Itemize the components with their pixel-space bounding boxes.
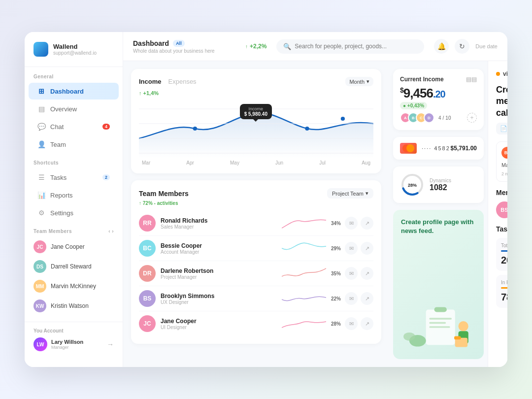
- tm-info-darlene: Darlene Robertson Project Manager: [161, 267, 282, 280]
- sidebar-item-dashboard[interactable]: ⊞ Dashboard: [29, 83, 119, 100]
- ci-growth: ● +0,43%: [400, 103, 477, 108]
- right-panel: vihao.ai Project Team ▾ Create a chat bo…: [488, 61, 507, 367]
- avatar-jane: JC: [33, 240, 46, 253]
- chart-dot-1: [193, 127, 197, 131]
- search-input[interactable]: [295, 43, 417, 50]
- tm-sparkline-bessie: [282, 239, 326, 257]
- chart-dot-3: [305, 127, 309, 131]
- rp-task-bar-total: [501, 250, 507, 252]
- tm-arrow-right[interactable]: ›: [112, 229, 114, 234]
- team-project-selector[interactable]: Project Team ▾: [327, 188, 373, 199]
- tm-pct-brooklyn: 22%: [326, 296, 341, 301]
- team-title: Team Members: [139, 190, 327, 198]
- rp-comment-avatar: BS: [501, 147, 507, 159]
- tm-item-jane[interactable]: JC Jane Cooper: [25, 237, 123, 257]
- chat-badge: 4: [102, 124, 110, 130]
- stat-arrow: ↑: [245, 44, 248, 49]
- tm-send-btn-darlene[interactable]: ↗: [361, 267, 373, 280]
- sidebar-item-label-settings: Settings: [50, 209, 73, 217]
- tm-send-btn-ronald[interactable]: ↗: [361, 217, 373, 230]
- tm-pct-bessie: 29%: [326, 246, 341, 251]
- refresh-icon-btn[interactable]: ↻: [455, 39, 469, 54]
- sidebar-item-overview[interactable]: ▤ Overview: [29, 100, 119, 117]
- svg-text:28%: 28%: [408, 183, 417, 188]
- tm-msg-btn-ronald[interactable]: ✉: [345, 217, 358, 230]
- tm-item-darrell[interactable]: DS Darrell Steward: [25, 257, 123, 276]
- member-name-kristin: Kristin Watson: [51, 302, 89, 309]
- tm-msg-btn-janecooper[interactable]: ✉: [345, 317, 358, 330]
- svg-point-14: [459, 321, 468, 331]
- app-support: support@wallend.io: [53, 50, 97, 56]
- tm-msg-btn-darlene[interactable]: ✉: [345, 267, 358, 280]
- ci-icon: ▤▤: [466, 76, 477, 83]
- tm-item-kristin[interactable]: KW Kristin Watson: [25, 296, 123, 316]
- tm-item-marvin[interactable]: MM Marvin McKinney: [25, 276, 123, 296]
- tm-name-brooklyn: Brooklyn Simmons: [161, 293, 282, 299]
- sidebar-item-reports[interactable]: 📊 Reports: [29, 187, 119, 203]
- rp-task-inprogress: In Progress 78: [496, 275, 507, 308]
- svg-point-5: [406, 144, 414, 152]
- tm-pct-darlene: 35%: [326, 271, 341, 276]
- x-label-mar: Mar: [142, 160, 150, 166]
- sidebar-item-label-dashboard: Dashboard: [50, 88, 84, 95]
- tm-send-btn-janecooper[interactable]: ↗: [361, 317, 373, 330]
- dashboard-icon: ⊞: [37, 87, 45, 95]
- ci-add-btn[interactable]: +: [467, 113, 477, 123]
- promo-title: Create profile page with news feed.: [401, 218, 476, 235]
- rp-task-value-inprogress: 78: [501, 292, 507, 303]
- tm-nav-arrows[interactable]: ‹ ›: [108, 229, 114, 234]
- sidebar-item-settings[interactable]: ⚙ Settings: [29, 204, 119, 221]
- member-name-jane: Jane Cooper: [51, 243, 85, 250]
- x-label-apr: Apr: [186, 160, 194, 166]
- tm-send-btn-brooklyn[interactable]: ↗: [361, 292, 373, 305]
- team-members-label: Team Members: [33, 229, 72, 234]
- tm-info-ronald: Ronald Richards Sales Manager: [161, 217, 282, 230]
- rp-tasks-grid: Total 201 Completed 67 In Progress 78: [496, 238, 507, 308]
- general-label: General: [25, 67, 123, 82]
- tm-actions-janecooper: ✉ ↗: [345, 317, 373, 330]
- notification-icon-btn[interactable]: 🔔: [434, 39, 449, 54]
- team-activities: ↑ 72% - activities: [139, 200, 373, 206]
- sidebar-item-label-chat: Chat: [50, 123, 64, 131]
- sidebar-item-chat[interactable]: 💬 Chat 4: [29, 118, 119, 135]
- rp-tasks-title: Tasks: [496, 225, 507, 233]
- tm-arrow-left[interactable]: ‹: [108, 229, 110, 234]
- sidebar-item-tasks[interactable]: ☰ Tasks 2: [29, 169, 119, 186]
- tm-role-ronald: Sales Manager: [161, 224, 282, 230]
- sidebar-logo: Wallend support@wallend.io: [25, 42, 123, 67]
- tm-send-btn-bessie[interactable]: ↗: [361, 242, 373, 255]
- account-name: Lary Willson: [51, 339, 83, 345]
- x-label-jun[interactable]: Jun: [275, 160, 283, 166]
- member-name-marvin: Marvin McKinney: [51, 283, 96, 290]
- tm-msg-btn-bessie[interactable]: ✉: [345, 242, 358, 255]
- team-members-section: Team Members ‹ › JC Jane Cooper DS Darre…: [25, 222, 123, 322]
- all-badge: All: [173, 40, 185, 47]
- tab-expenses[interactable]: Expenses: [168, 78, 197, 85]
- ci-avatars: A B C D 4/10 +: [400, 112, 477, 123]
- ci-amount: $9,456.20: [400, 86, 477, 101]
- promo-illustration: [401, 239, 476, 351]
- ci-header: Current Income ▤▤: [400, 76, 477, 83]
- chart-period-selector[interactable]: Month ▾: [345, 77, 373, 86]
- tab-income[interactable]: Income: [139, 78, 162, 85]
- sidebar-item-team[interactable]: 👤 Team: [29, 136, 119, 153]
- rp-comment-time: 2 min ago: [501, 171, 507, 176]
- svg-rect-12: [429, 322, 446, 324]
- logo-icon: [33, 42, 48, 57]
- dynamics-chart: 28%: [400, 172, 425, 197]
- tm-actions-ronald: ✉ ↗: [345, 217, 373, 230]
- rp-av-1: BS: [496, 201, 507, 218]
- svg-rect-11: [429, 318, 452, 319]
- activities-pct: 72%: [143, 200, 153, 206]
- tm-msg-btn-brooklyn[interactable]: ✉: [345, 292, 358, 305]
- rp-file-brief[interactable]: 📄 Brief.pdf: [496, 123, 507, 134]
- pdf-icon-brief: 📄: [500, 125, 507, 132]
- logout-icon[interactable]: →: [107, 340, 114, 348]
- header-left: Dashboard All Whole data about your busi…: [133, 39, 245, 54]
- ci-av-4: D: [424, 112, 434, 123]
- table-row: JC Jane Cooper UI Designer 28% ✉ ↗: [139, 311, 373, 336]
- chat-icon: 💬: [37, 123, 45, 131]
- tm-name-darlene: Darlene Robertson: [161, 267, 282, 274]
- app-container: Wallend support@wallend.io General ⊞ Das…: [25, 32, 507, 367]
- dynamics-info: Dynamics 1082: [430, 178, 451, 192]
